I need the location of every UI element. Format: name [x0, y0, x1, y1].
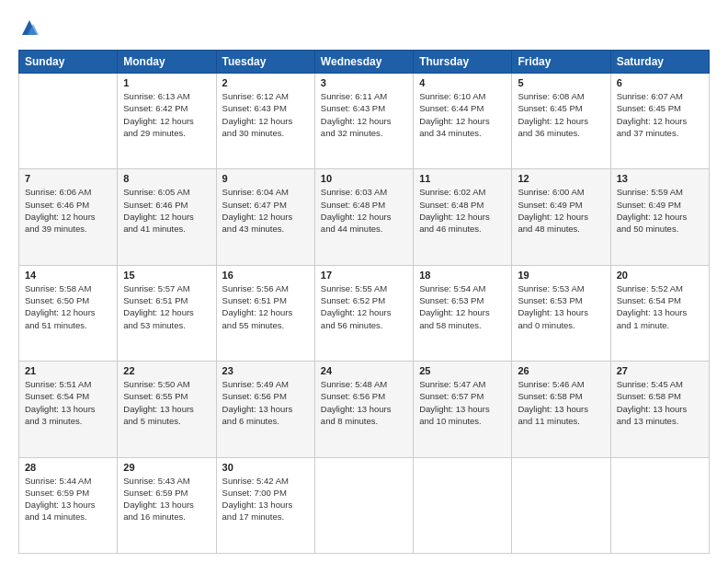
day-number: 19	[518, 270, 604, 281]
day-number: 14	[25, 270, 111, 281]
calendar-cell: 18Sunrise: 5:54 AM Sunset: 6:53 PM Dayli…	[414, 265, 512, 361]
calendar-cell: 28Sunrise: 5:44 AM Sunset: 6:59 PM Dayli…	[19, 457, 118, 553]
calendar-cell: 13Sunrise: 5:59 AM Sunset: 6:49 PM Dayli…	[610, 169, 709, 265]
calendar-cell	[610, 457, 709, 553]
page: SundayMondayTuesdayWednesdayThursdayFrid…	[0, 0, 728, 563]
calendar-cell: 19Sunrise: 5:53 AM Sunset: 6:53 PM Dayli…	[512, 265, 610, 361]
day-header-saturday: Saturday	[610, 51, 709, 74]
day-info: Sunrise: 5:51 AM Sunset: 6:54 PM Dayligh…	[25, 378, 111, 427]
day-info: Sunrise: 6:00 AM Sunset: 6:49 PM Dayligh…	[518, 186, 604, 235]
day-info: Sunrise: 5:58 AM Sunset: 6:50 PM Dayligh…	[25, 282, 111, 331]
day-number: 18	[419, 270, 506, 281]
calendar-header-row: SundayMondayTuesdayWednesdayThursdayFrid…	[19, 51, 710, 74]
day-info: Sunrise: 5:57 AM Sunset: 6:51 PM Dayligh…	[123, 282, 210, 331]
day-info: Sunrise: 5:46 AM Sunset: 6:58 PM Dayligh…	[518, 378, 604, 427]
day-info: Sunrise: 6:10 AM Sunset: 6:44 PM Dayligh…	[419, 90, 506, 139]
calendar-cell: 25Sunrise: 5:47 AM Sunset: 6:57 PM Dayli…	[414, 362, 512, 457]
day-number: 13	[617, 173, 703, 184]
calendar-cell: 2Sunrise: 6:12 AM Sunset: 6:43 PM Daylig…	[216, 74, 314, 169]
calendar-cell: 26Sunrise: 5:46 AM Sunset: 6:58 PM Dayli…	[512, 362, 610, 457]
day-number: 23	[222, 365, 309, 376]
day-info: Sunrise: 6:06 AM Sunset: 6:46 PM Dayligh…	[25, 186, 111, 235]
day-info: Sunrise: 6:03 AM Sunset: 6:48 PM Dayligh…	[321, 186, 407, 235]
calendar-cell: 5Sunrise: 6:08 AM Sunset: 6:45 PM Daylig…	[512, 74, 610, 169]
header	[18, 18, 710, 40]
calendar-week-1: 1Sunrise: 6:13 AM Sunset: 6:42 PM Daylig…	[19, 74, 710, 169]
calendar-cell: 22Sunrise: 5:50 AM Sunset: 6:55 PM Dayli…	[118, 362, 216, 457]
day-number: 8	[123, 173, 210, 184]
day-info: Sunrise: 6:07 AM Sunset: 6:45 PM Dayligh…	[617, 90, 703, 139]
day-info: Sunrise: 5:52 AM Sunset: 6:54 PM Dayligh…	[617, 282, 703, 331]
day-number: 21	[25, 365, 111, 376]
day-number: 11	[419, 173, 506, 184]
calendar-cell: 16Sunrise: 5:56 AM Sunset: 6:51 PM Dayli…	[216, 265, 314, 361]
day-header-friday: Friday	[512, 51, 610, 74]
logo	[18, 18, 46, 40]
day-number: 6	[617, 77, 703, 88]
day-number: 22	[123, 365, 210, 376]
calendar-cell	[314, 457, 413, 553]
day-info: Sunrise: 5:54 AM Sunset: 6:53 PM Dayligh…	[419, 282, 506, 331]
day-number: 9	[222, 173, 309, 184]
calendar-cell: 10Sunrise: 6:03 AM Sunset: 6:48 PM Dayli…	[314, 169, 413, 265]
day-number: 10	[321, 173, 407, 184]
day-number: 3	[321, 77, 407, 88]
calendar-week-3: 14Sunrise: 5:58 AM Sunset: 6:50 PM Dayli…	[19, 265, 710, 361]
day-header-sunday: Sunday	[19, 51, 118, 74]
day-number: 1	[123, 77, 210, 88]
calendar-cell: 30Sunrise: 5:42 AM Sunset: 7:00 PM Dayli…	[216, 457, 314, 553]
day-info: Sunrise: 5:53 AM Sunset: 6:53 PM Dayligh…	[518, 282, 604, 331]
calendar-table: SundayMondayTuesdayWednesdayThursdayFrid…	[18, 50, 710, 554]
day-info: Sunrise: 6:05 AM Sunset: 6:46 PM Dayligh…	[123, 186, 210, 235]
day-number: 2	[222, 77, 309, 88]
day-header-monday: Monday	[118, 51, 216, 74]
calendar-cell: 1Sunrise: 6:13 AM Sunset: 6:42 PM Daylig…	[118, 74, 216, 169]
calendar-week-2: 7Sunrise: 6:06 AM Sunset: 6:46 PM Daylig…	[19, 169, 710, 265]
day-number: 15	[123, 270, 210, 281]
day-info: Sunrise: 5:55 AM Sunset: 6:52 PM Dayligh…	[321, 282, 407, 331]
calendar-cell: 27Sunrise: 5:45 AM Sunset: 6:58 PM Dayli…	[610, 362, 709, 457]
calendar-cell: 4Sunrise: 6:10 AM Sunset: 6:44 PM Daylig…	[414, 74, 512, 169]
calendar-cell: 11Sunrise: 6:02 AM Sunset: 6:48 PM Dayli…	[414, 169, 512, 265]
calendar-cell: 7Sunrise: 6:06 AM Sunset: 6:46 PM Daylig…	[19, 169, 118, 265]
day-header-wednesday: Wednesday	[314, 51, 413, 74]
day-number: 17	[321, 270, 407, 281]
calendar-cell: 6Sunrise: 6:07 AM Sunset: 6:45 PM Daylig…	[610, 74, 709, 169]
day-info: Sunrise: 6:13 AM Sunset: 6:42 PM Dayligh…	[123, 90, 210, 139]
day-number: 29	[123, 462, 210, 473]
day-info: Sunrise: 5:44 AM Sunset: 6:59 PM Dayligh…	[25, 475, 111, 523]
day-number: 5	[518, 77, 604, 88]
day-number: 20	[617, 270, 703, 281]
day-header-thursday: Thursday	[414, 51, 512, 74]
calendar-cell	[512, 457, 610, 553]
day-number: 30	[222, 462, 309, 473]
day-info: Sunrise: 5:42 AM Sunset: 7:00 PM Dayligh…	[222, 475, 309, 523]
day-info: Sunrise: 5:48 AM Sunset: 6:56 PM Dayligh…	[321, 378, 407, 427]
calendar-cell: 14Sunrise: 5:58 AM Sunset: 6:50 PM Dayli…	[19, 265, 118, 361]
day-number: 7	[25, 173, 111, 184]
calendar-cell	[414, 457, 512, 553]
calendar-cell: 9Sunrise: 6:04 AM Sunset: 6:47 PM Daylig…	[216, 169, 314, 265]
day-number: 28	[25, 462, 111, 473]
day-info: Sunrise: 5:59 AM Sunset: 6:49 PM Dayligh…	[617, 186, 703, 235]
day-number: 25	[419, 365, 506, 376]
calendar-week-4: 21Sunrise: 5:51 AM Sunset: 6:54 PM Dayli…	[19, 362, 710, 457]
day-number: 26	[518, 365, 604, 376]
calendar-cell: 24Sunrise: 5:48 AM Sunset: 6:56 PM Dayli…	[314, 362, 413, 457]
calendar-cell: 8Sunrise: 6:05 AM Sunset: 6:46 PM Daylig…	[118, 169, 216, 265]
day-info: Sunrise: 5:50 AM Sunset: 6:55 PM Dayligh…	[123, 378, 210, 427]
day-info: Sunrise: 6:12 AM Sunset: 6:43 PM Dayligh…	[222, 90, 309, 139]
calendar-week-5: 28Sunrise: 5:44 AM Sunset: 6:59 PM Dayli…	[19, 457, 710, 553]
day-number: 4	[419, 77, 506, 88]
day-number: 12	[518, 173, 604, 184]
day-number: 16	[222, 270, 309, 281]
day-info: Sunrise: 5:43 AM Sunset: 6:59 PM Dayligh…	[123, 475, 210, 523]
day-number: 24	[321, 365, 407, 376]
day-number: 27	[617, 365, 703, 376]
day-info: Sunrise: 5:56 AM Sunset: 6:51 PM Dayligh…	[222, 282, 309, 331]
day-info: Sunrise: 6:04 AM Sunset: 6:47 PM Dayligh…	[222, 186, 309, 235]
day-info: Sunrise: 5:49 AM Sunset: 6:56 PM Dayligh…	[222, 378, 309, 427]
calendar-cell	[19, 74, 118, 169]
calendar-cell: 21Sunrise: 5:51 AM Sunset: 6:54 PM Dayli…	[19, 362, 118, 457]
day-info: Sunrise: 5:45 AM Sunset: 6:58 PM Dayligh…	[617, 378, 703, 427]
